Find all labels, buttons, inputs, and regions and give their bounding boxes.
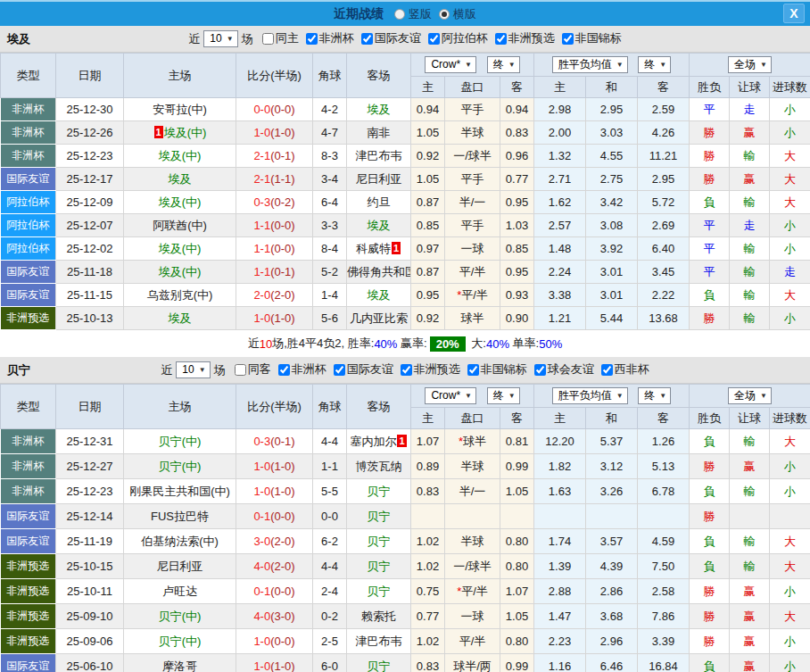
checkbox-icon[interactable] bbox=[334, 364, 345, 376]
type-badge: 阿拉伯杯 bbox=[1, 214, 56, 237]
type-badge: 非洲杯 bbox=[1, 479, 56, 504]
filter-checkbox[interactable]: 非洲杯 bbox=[301, 30, 354, 46]
summary-segment: 50% bbox=[539, 337, 562, 351]
final-odds-select[interactable]: 终▼ bbox=[487, 387, 520, 404]
fulltime-score: 3-0 bbox=[253, 535, 270, 548]
result-goals: 小 bbox=[770, 121, 810, 145]
halftime-score: (1-0) bbox=[270, 660, 294, 672]
checkbox-icon[interactable] bbox=[278, 364, 290, 376]
odds-home: 0.85 bbox=[411, 214, 445, 237]
checkbox-icon[interactable] bbox=[401, 364, 412, 376]
checkbox-icon[interactable] bbox=[428, 33, 440, 45]
result-handicap: 輸 bbox=[730, 529, 770, 554]
filter-checkbox-label: 球会友谊 bbox=[548, 361, 594, 377]
result-handicap bbox=[730, 504, 770, 529]
halftime-score: (0-0) bbox=[270, 510, 294, 523]
col-header-score: 比分(半场) bbox=[236, 385, 313, 429]
filter-checkbox[interactable]: 阿拉伯杯 bbox=[423, 30, 488, 46]
result-handicap: 輸 bbox=[730, 307, 770, 330]
score: 1-1(0-1) bbox=[236, 261, 313, 284]
mean-select[interactable]: 胜平负均值▼ bbox=[552, 387, 628, 404]
final-mean-select[interactable]: 终▼ bbox=[638, 387, 671, 404]
score: 0-0(0-0) bbox=[236, 98, 313, 121]
checkbox-icon[interactable] bbox=[562, 33, 574, 45]
odds-home: 0.89 bbox=[411, 454, 445, 479]
match-date: 25-12-23 bbox=[56, 145, 124, 168]
filter-checkbox[interactable]: 非国锦标 bbox=[462, 361, 527, 377]
result-wdl: 勝 bbox=[690, 604, 730, 629]
chevron-down-icon: ▼ bbox=[199, 363, 206, 377]
checkbox-icon[interactable] bbox=[495, 33, 507, 45]
odds-away: 0.95 bbox=[500, 191, 534, 214]
filter-checkbox[interactable]: 非洲预选 bbox=[395, 361, 460, 377]
home-team: 伯基纳法索(中) bbox=[124, 529, 236, 554]
handicap-text: 一/球半 bbox=[453, 149, 492, 162]
checkbox-icon[interactable] bbox=[534, 364, 546, 376]
type-badge: 国际友谊 bbox=[1, 654, 56, 672]
filter-checkbox[interactable]: 非洲杯 bbox=[273, 361, 326, 377]
fulltime-score: 4-0 bbox=[253, 610, 270, 623]
halftime-score: (2-0) bbox=[270, 288, 294, 302]
away-team-name: 贝宁 bbox=[368, 535, 391, 548]
home-team-name: 贝宁(中) bbox=[159, 435, 202, 448]
handicap-text: 平手 bbox=[461, 103, 484, 116]
fulltime-score: 1-0 bbox=[253, 660, 270, 672]
away-team: 赖索托 bbox=[347, 604, 411, 629]
type-badge: 阿拉伯杯 bbox=[1, 237, 56, 261]
away-team-name: 尼日利亚 bbox=[356, 172, 402, 186]
filter-checkbox[interactable]: 西非杯 bbox=[596, 361, 649, 377]
match-date: 25-12-26 bbox=[56, 121, 124, 145]
filter-checkbox[interactable]: 同客 bbox=[227, 361, 271, 377]
titlebar: 近期战绩 竖版 横版 X bbox=[0, 0, 810, 26]
close-button[interactable]: X bbox=[783, 4, 805, 23]
filter-checkbox[interactable]: 非国锦标 bbox=[557, 30, 622, 46]
recent-count-select[interactable]: 10▼ bbox=[203, 30, 237, 47]
filter-checkbox[interactable]: 球会友谊 bbox=[529, 361, 594, 377]
result-handicap: 輸 bbox=[730, 429, 770, 454]
checkbox-icon[interactable] bbox=[467, 364, 479, 376]
checkbox-icon[interactable] bbox=[235, 364, 246, 376]
checkbox-icon[interactable] bbox=[262, 33, 274, 45]
handicap: 半球 bbox=[445, 454, 500, 479]
home-team: 埃及(中) bbox=[124, 191, 236, 214]
filter-checkbox-group: 同客非洲杯国际友谊非洲预选非国锦标球会友谊西非杯 bbox=[226, 361, 649, 378]
filter-checkbox[interactable]: 同主 bbox=[255, 30, 299, 46]
checkbox-icon[interactable] bbox=[601, 364, 613, 376]
final-odds-select[interactable]: 终▼ bbox=[487, 56, 520, 73]
chevron-down-icon: ▼ bbox=[760, 58, 767, 71]
corners: 5-5 bbox=[313, 479, 347, 504]
filter-checkbox-label: 非洲杯 bbox=[292, 361, 326, 377]
away-team: 贝宁 bbox=[347, 579, 411, 604]
checkbox-icon[interactable] bbox=[361, 33, 373, 45]
final-mean-select[interactable]: 终▼ bbox=[638, 56, 671, 73]
type-badge: 国际友谊 bbox=[1, 168, 56, 191]
radio-vertical-layout[interactable]: 竖版 bbox=[394, 6, 432, 22]
score: 0-1(0-0) bbox=[236, 579, 313, 604]
match-date: 25-09-10 bbox=[56, 604, 124, 629]
handicap: 一/球半 bbox=[445, 145, 500, 168]
mean-home: 2.23 bbox=[534, 629, 586, 654]
handicap-text: 平/半 bbox=[459, 635, 486, 648]
mean-select[interactable]: 胜平负均值▼ bbox=[552, 56, 628, 73]
filter-checkbox[interactable]: 国际友谊 bbox=[356, 30, 421, 46]
match-row: 非洲杯25-12-23刚果民主共和国(中)1-0(1-0)5-5贝宁0.83半/… bbox=[1, 479, 810, 504]
scope-select[interactable]: 全场▼ bbox=[728, 56, 772, 73]
filter-checkbox[interactable]: 非洲预选 bbox=[490, 30, 555, 46]
mean-away: 13.68 bbox=[638, 307, 690, 330]
match-row: 国际友谊25-12-14FUS拉巴特0-1(0-0)0-0贝宁勝 bbox=[1, 504, 810, 529]
odds-home: 0.95 bbox=[411, 284, 445, 307]
checkbox-icon[interactable] bbox=[306, 33, 318, 45]
radio-horizontal-layout[interactable]: 横版 bbox=[439, 6, 476, 22]
mean-home: 2.24 bbox=[534, 261, 586, 284]
match-date: 25-09-06 bbox=[56, 629, 124, 654]
bookmaker-select[interactable]: Crow*▼ bbox=[425, 56, 476, 73]
recent-count-select[interactable]: 10▼ bbox=[176, 361, 210, 378]
scope-select[interactable]: 全场▼ bbox=[728, 387, 772, 404]
mean-home: 1.32 bbox=[534, 145, 586, 168]
match-date: 25-12-17 bbox=[56, 168, 124, 191]
bookmaker-select[interactable]: Crow*▼ bbox=[425, 387, 476, 404]
handicap: 半球 bbox=[445, 529, 500, 554]
handicap: 平手 bbox=[445, 98, 500, 121]
mean-draw: 6.46 bbox=[586, 654, 638, 672]
filter-checkbox[interactable]: 国际友谊 bbox=[328, 361, 393, 377]
